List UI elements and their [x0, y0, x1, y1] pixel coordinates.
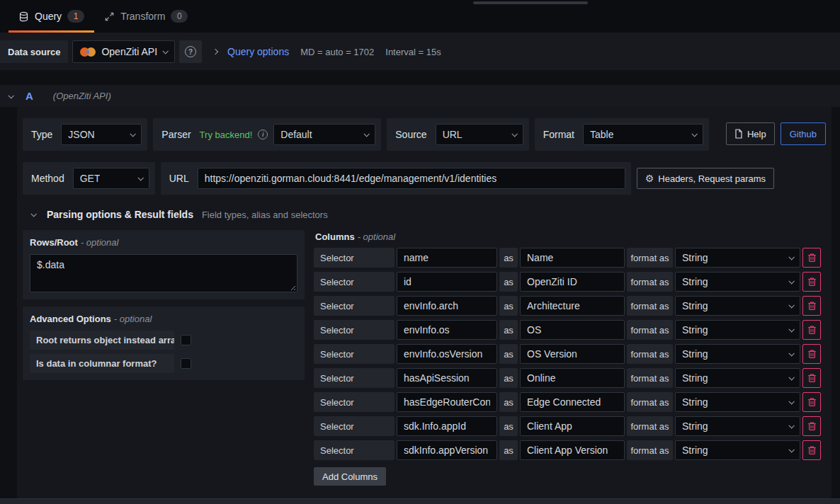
- chevron-down-icon: [788, 302, 794, 308]
- headers-button-label: Headers, Request params: [658, 173, 766, 184]
- delete-column-button[interactable]: [802, 440, 821, 460]
- delete-column-button[interactable]: [802, 416, 821, 436]
- column-alias-input[interactable]: [520, 416, 625, 436]
- datasource-help-button[interactable]: ?: [179, 40, 202, 63]
- trash-icon: [807, 421, 817, 431]
- root-returns-object-checkbox[interactable]: [181, 335, 191, 345]
- parser-value: Default: [280, 129, 312, 140]
- type-value: JSON: [68, 129, 94, 140]
- url-label: URL: [166, 173, 192, 184]
- column-alias-input[interactable]: [520, 368, 625, 388]
- add-columns-button[interactable]: Add Columns: [314, 467, 386, 486]
- delete-column-button[interactable]: [802, 392, 821, 412]
- column-selector-input[interactable]: [397, 344, 497, 364]
- format-select[interactable]: Table: [583, 124, 703, 145]
- column-format-select[interactable]: String: [675, 416, 800, 436]
- help-button[interactable]: Help: [726, 122, 775, 145]
- method-field: Method GET: [23, 162, 155, 195]
- column-selector-input[interactable]: [397, 296, 497, 316]
- format-value: Table: [590, 129, 613, 140]
- columns-section: Columns- optional Selector as format as …: [314, 230, 826, 486]
- column-selector-input[interactable]: [397, 320, 497, 340]
- optional-hint: - optional: [114, 314, 152, 324]
- trash-icon: [807, 325, 817, 335]
- query-row-header[interactable]: A (OpenZiti API): [0, 85, 840, 107]
- format-as-label: format as: [627, 248, 673, 268]
- as-label: as: [499, 248, 518, 268]
- source-select[interactable]: URL: [436, 124, 523, 145]
- github-button[interactable]: Github: [781, 122, 826, 145]
- rows-root-box: Rows/Root- optional $.data: [23, 230, 305, 299]
- column-alias-input[interactable]: [520, 440, 625, 460]
- column-alias-input[interactable]: [520, 392, 625, 412]
- source-field: Source URL: [387, 118, 528, 151]
- query-count-badge: 1: [67, 10, 84, 23]
- delete-column-button[interactable]: [802, 248, 821, 268]
- type-label: Type: [28, 129, 55, 140]
- url-row: Method GET URL ⚙ Headers, Request params: [23, 162, 826, 195]
- column-selector-input[interactable]: [397, 440, 497, 460]
- column-format-select[interactable]: String: [675, 296, 800, 316]
- column-alias-input[interactable]: [520, 248, 625, 268]
- parser-select[interactable]: Default: [273, 124, 375, 145]
- chevron-down-icon: [788, 447, 794, 452]
- database-icon: [18, 11, 29, 22]
- panel-editor-tabbar: Query 1 Transform 0: [0, 0, 840, 33]
- datasource-toolbar: Data source OpenZiti API ? Query options…: [0, 33, 840, 70]
- rows-root-label: Rows/Root: [30, 237, 78, 248]
- tab-transform[interactable]: Transform 0: [94, 0, 198, 33]
- chevron-down-icon: [788, 254, 794, 260]
- column-selector-input[interactable]: [397, 392, 497, 412]
- url-input[interactable]: [198, 168, 625, 189]
- parsing-options-section-header[interactable]: Parsing options & Result fields Field ty…: [31, 206, 823, 223]
- query-ref-id: A: [25, 90, 33, 102]
- tab-query[interactable]: Query 1: [8, 0, 94, 33]
- columnar-format-row: Is data in columnar format?: [30, 354, 297, 373]
- column-selector-input[interactable]: [397, 248, 497, 268]
- chevron-down-icon: [511, 131, 517, 137]
- columnar-format-checkbox[interactable]: [181, 358, 191, 369]
- trash-icon: [807, 445, 817, 455]
- chevron-down-icon: [130, 131, 136, 137]
- datasource-picker[interactable]: OpenZiti API: [72, 40, 175, 63]
- collapse-chevron-icon[interactable]: [8, 93, 13, 98]
- column-selector-input[interactable]: [397, 416, 497, 436]
- transform-count-badge: 0: [171, 10, 188, 23]
- selector-label: Selector: [314, 248, 395, 268]
- column-alias-input[interactable]: [520, 296, 625, 316]
- method-select[interactable]: GET: [73, 168, 149, 189]
- trash-icon: [807, 301, 817, 311]
- column-alias-input[interactable]: [520, 320, 625, 340]
- column-format-select[interactable]: String: [675, 344, 800, 364]
- chevron-down-icon: [364, 131, 370, 137]
- column-selector-input[interactable]: [397, 272, 497, 292]
- delete-column-button[interactable]: [802, 320, 821, 340]
- column-selector-input[interactable]: [397, 368, 497, 388]
- column-alias-input[interactable]: [520, 344, 625, 364]
- delete-column-button[interactable]: [802, 368, 821, 388]
- column-format-select[interactable]: String: [675, 368, 800, 388]
- delete-column-button[interactable]: [802, 272, 821, 292]
- collapse-chevron-icon[interactable]: [30, 211, 36, 217]
- delete-column-button[interactable]: [802, 296, 821, 316]
- column-format-select[interactable]: String: [675, 320, 800, 340]
- column-row: Selector as format as String: [314, 272, 826, 292]
- columns-title: Columns- optional: [315, 231, 826, 242]
- trash-icon: [807, 253, 817, 263]
- pane-resize-handle[interactable]: [473, 1, 588, 4]
- as-label: as: [499, 392, 518, 412]
- column-alias-input[interactable]: [520, 272, 625, 292]
- format-as-label: format as: [627, 296, 673, 316]
- chevron-right-icon: [212, 49, 218, 55]
- headers-request-params-button[interactable]: ⚙ Headers, Request params: [637, 168, 774, 189]
- column-format-select[interactable]: String: [675, 272, 800, 292]
- rows-root-textarea[interactable]: $.data: [30, 254, 297, 292]
- root-returns-object-row: Root returns object instead array?: [30, 331, 297, 350]
- type-select[interactable]: JSON: [61, 124, 142, 145]
- column-format-select[interactable]: String: [675, 392, 800, 412]
- column-format-select[interactable]: String: [675, 440, 800, 460]
- column-row: Selector as format as String: [314, 320, 826, 340]
- query-options-link[interactable]: Query options: [227, 46, 289, 57]
- delete-column-button[interactable]: [802, 344, 821, 364]
- column-format-select[interactable]: String: [675, 248, 800, 268]
